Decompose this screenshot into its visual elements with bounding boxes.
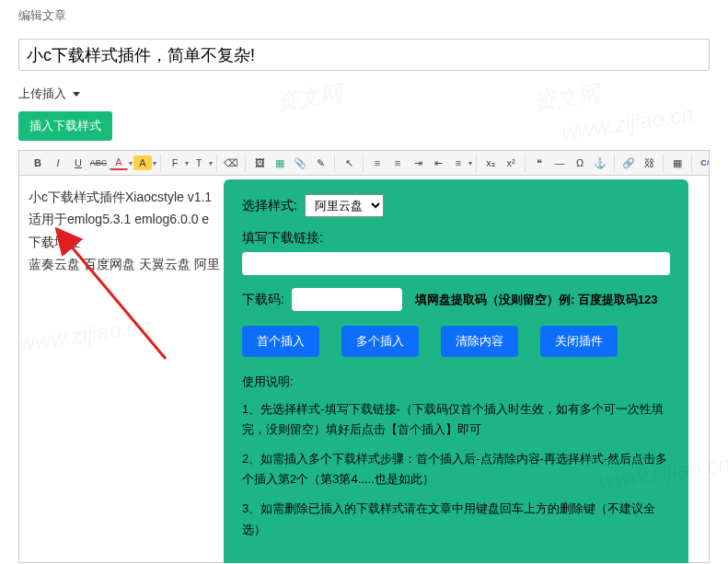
superscript-button[interactable]: x² (502, 154, 520, 172)
instruction-item: 1、先选择样式-填写下载链接-（下载码仅首个插入时生效，如有多个可一次性填完，没… (242, 399, 670, 440)
article-title-input[interactable] (18, 39, 710, 71)
watermark: www.zijiao.cn (560, 101, 696, 145)
anchor-button[interactable]: ⚓ (591, 154, 609, 172)
indent-button[interactable]: ⇥ (409, 154, 427, 172)
editor-toolbar: B I U ABC A▾ A▾ F▾ T▾ ⌫ 🖼 ▦ 📎 ✎ ↖ ≡ ≡ ⇥ … (19, 151, 709, 176)
bg-color-button[interactable]: A (133, 155, 152, 170)
code-input-label: 下载码: (242, 292, 284, 308)
instruction-item: 3、如需删除已插入的下载样式请在文章中用键盘回车上方的删除键（不建议全选） (242, 499, 670, 539)
code-button[interactable]: C# (697, 154, 709, 172)
unlink-button[interactable]: ⛓ (640, 154, 658, 172)
quote-button[interactable]: ❝ (530, 154, 549, 172)
link-button[interactable]: 🔗 (619, 154, 638, 172)
bold-button[interactable]: B (29, 154, 47, 172)
upload-insert-dropdown[interactable]: 上传插入 (18, 86, 80, 100)
font-size-button[interactable]: T (190, 154, 208, 172)
underline-button[interactable]: U (69, 154, 87, 172)
file-button[interactable]: 📎 (291, 154, 309, 172)
insert-download-style-button[interactable]: 插入下载样式 (18, 111, 112, 141)
outdent-button[interactable]: ⇤ (429, 154, 447, 172)
font-color-button[interactable]: A (110, 155, 128, 170)
unordered-list-button[interactable]: ≡ (388, 154, 407, 172)
special-char-button[interactable]: Ω (571, 154, 589, 172)
hr-button[interactable]: — (550, 154, 569, 172)
align-button[interactable]: ≡ (449, 154, 468, 172)
code-hint: 填网盘提取码（没则留空）例: 百度提取码123 (415, 292, 658, 308)
strike-button[interactable]: ABC (89, 154, 108, 172)
clear-content-button[interactable]: 清除内容 (441, 326, 518, 357)
plugin-panel: 选择样式: 阿里云盘 填写下载链接: 下载码: 填网盘提取码（没则留空）例: 百… (224, 179, 688, 563)
download-link-input[interactable] (242, 252, 670, 275)
media-button[interactable]: ▦ (271, 154, 289, 172)
link-input-label: 填写下载链接: (242, 230, 670, 247)
instructions-block: 使用说明: 1、先选择样式-填写下载链接-（下载码仅首个插入时生效，如有多个可一… (242, 372, 670, 540)
font-family-button[interactable]: F (166, 154, 184, 172)
instructions-title: 使用说明: (242, 372, 670, 392)
download-code-input[interactable] (292, 288, 402, 311)
instruction-item: 2、如需插入多个下载样式步骤：首个插入后-点清除内容-再选择样式-然后点击多个插… (242, 449, 670, 489)
close-plugin-button[interactable]: 关闭插件 (540, 326, 618, 357)
italic-button[interactable]: I (49, 154, 67, 172)
first-insert-button[interactable]: 首个插入 (242, 326, 319, 357)
image-button[interactable]: 🖼 (250, 154, 269, 172)
table-button[interactable]: ▦ (668, 154, 687, 172)
subscript-button[interactable]: x₂ (481, 154, 500, 172)
ordered-list-button[interactable]: ≡ (368, 154, 387, 172)
style-select-label: 选择样式: (242, 198, 297, 214)
paint-button[interactable]: ✎ (311, 154, 329, 172)
pointer-button[interactable]: ↖ (340, 154, 358, 172)
remove-format-button[interactable]: ⌫ (222, 154, 240, 172)
caret-down-icon (73, 92, 80, 97)
multi-insert-button[interactable]: 多个插入 (341, 326, 419, 357)
page-header: 编辑文章 (0, 0, 728, 31)
upload-insert-label: 上传插入 (18, 86, 66, 100)
page-title: 编辑文章 (18, 8, 66, 22)
style-select[interactable]: 阿里云盘 (305, 194, 384, 217)
